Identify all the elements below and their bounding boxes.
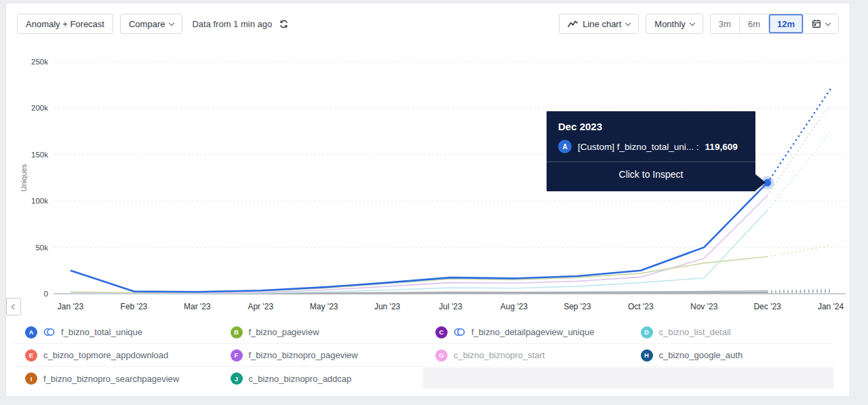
toolbar: Anomaly + Forecast Compare Data from 1 m… bbox=[6, 3, 850, 39]
svg-text:Feb '23: Feb '23 bbox=[121, 302, 148, 311]
granularity-label: Monthly bbox=[654, 19, 686, 29]
series-j-badge: J bbox=[231, 372, 243, 385]
series-f-badge: F bbox=[231, 349, 243, 362]
legend-item-c[interactable]: Cf_bizno_detailpageview_unique bbox=[423, 321, 629, 344]
svg-text:Nov '23: Nov '23 bbox=[690, 302, 718, 311]
chevron-down-icon bbox=[825, 20, 831, 25]
svg-text:May '23: May '23 bbox=[310, 302, 338, 311]
range-6m-button[interactable]: 6m bbox=[739, 14, 768, 33]
toolbar-right: Line chart Monthly 3m 6m 12m bbox=[559, 14, 839, 34]
svg-text:Sep '23: Sep '23 bbox=[564, 302, 591, 311]
svg-text:Jan '24: Jan '24 bbox=[818, 302, 844, 311]
svg-text:200k: 200k bbox=[31, 104, 48, 112]
legend: Af_bizno_total_uniqueBf_bizno_pageviewCf… bbox=[6, 321, 851, 390]
legend-item-label: c_bizno_list_detail bbox=[659, 327, 731, 337]
chart-type-label: Line chart bbox=[583, 19, 621, 29]
range-3m-label: 3m bbox=[719, 19, 731, 29]
legend-item-label: f_bizno_biznopro_pageview bbox=[249, 350, 358, 360]
svg-text:250k: 250k bbox=[31, 58, 48, 66]
svg-text:Jan '23: Jan '23 bbox=[58, 302, 84, 311]
legend-item-d[interactable]: Dc_bizno_list_detail bbox=[629, 321, 834, 344]
chevron-down-icon bbox=[690, 20, 695, 25]
legend-item-label: c_bizno_biznopro_start bbox=[454, 350, 545, 360]
chart-card: Anomaly + Forecast Compare Data from 1 m… bbox=[5, 3, 850, 397]
chevron-left-icon bbox=[12, 304, 17, 309]
series-d-badge: D bbox=[641, 326, 653, 339]
svg-text:Apr '23: Apr '23 bbox=[248, 302, 273, 311]
legend-item-label: f_bizno_biznopro_searchpageview bbox=[43, 374, 179, 384]
formula-icon bbox=[43, 327, 55, 337]
series-h-badge: H bbox=[641, 349, 653, 362]
refresh-button[interactable] bbox=[279, 19, 289, 29]
series-a-badge: A bbox=[558, 140, 572, 153]
tooltip-title: Dec 2023 bbox=[547, 111, 755, 132]
legend-item-j[interactable]: Jc_bizno_biznopro_addcap bbox=[218, 367, 424, 390]
tooltip-series-row: A [Custom] f_bizno_total_uni... : 119,60… bbox=[547, 132, 755, 161]
legend-item-b[interactable]: Bf_bizno_pageview bbox=[218, 321, 424, 344]
legend-item-i[interactable]: If_bizno_biznopro_searchpageview bbox=[13, 367, 218, 390]
toolbar-left: Anomaly + Forecast Compare Data from 1 m… bbox=[17, 14, 289, 34]
chart-type-button[interactable]: Line chart bbox=[559, 14, 639, 34]
legend-item-label: f_bizno_detailpageview_unique bbox=[471, 327, 594, 337]
series-i-badge: I bbox=[25, 372, 37, 385]
legend-item-label: f_bizno_total_unique bbox=[61, 327, 142, 337]
tooltip-value: 119,609 bbox=[705, 142, 738, 152]
date-picker-button[interactable] bbox=[803, 14, 838, 33]
svg-text:Mar '23: Mar '23 bbox=[184, 302, 211, 311]
legend-item-label: c_bizno_topmore_appdownload bbox=[43, 350, 168, 360]
series-g-badge: G bbox=[435, 349, 448, 362]
series-b-badge: B bbox=[231, 326, 243, 339]
formula-icon bbox=[454, 327, 465, 337]
data-freshness-text: Data from 1 min ago bbox=[192, 19, 272, 29]
chevron-down-icon bbox=[625, 20, 631, 25]
chart-tooltip: Dec 2023 A [Custom] f_bizno_total_uni...… bbox=[547, 111, 755, 191]
legend-item-label: f_bizno_pageview bbox=[249, 327, 319, 337]
compare-button[interactable]: Compare bbox=[120, 14, 182, 34]
svg-text:0: 0 bbox=[44, 290, 48, 298]
series-a-badge: A bbox=[25, 326, 37, 339]
compare-label: Compare bbox=[129, 19, 165, 29]
legend-item-label: c_bizno_biznopro_addcap bbox=[249, 374, 352, 384]
svg-text:Oct '23: Oct '23 bbox=[628, 302, 654, 311]
anomaly-forecast-label: Anomaly + Forecast bbox=[26, 19, 104, 29]
svg-text:Uniques: Uniques bbox=[20, 163, 28, 191]
legend-item-g[interactable]: Gc_bizno_biznopro_start bbox=[423, 344, 629, 367]
svg-text:100k: 100k bbox=[31, 197, 48, 205]
scroll-left-button[interactable] bbox=[6, 298, 21, 315]
chevron-down-icon bbox=[169, 20, 174, 25]
granularity-button[interactable]: Monthly bbox=[646, 14, 703, 34]
legend-item-e[interactable]: Ec_bizno_topmore_appdownload bbox=[13, 344, 218, 367]
date-range-segmented-control: 3m 6m 12m bbox=[710, 14, 839, 34]
line-chart-icon bbox=[568, 20, 578, 28]
legend-empty-cell bbox=[423, 368, 833, 389]
svg-text:Aug '23: Aug '23 bbox=[500, 302, 528, 311]
calendar-icon bbox=[812, 19, 821, 28]
refresh-icon bbox=[279, 19, 289, 29]
svg-text:Jul '23: Jul '23 bbox=[439, 302, 462, 311]
range-12m-button[interactable]: 12m bbox=[768, 14, 803, 33]
range-3m-button[interactable]: 3m bbox=[711, 14, 739, 33]
legend-item-a[interactable]: Af_bizno_total_unique bbox=[13, 321, 218, 344]
legend-item-f[interactable]: Ff_bizno_biznopro_pageview bbox=[218, 344, 424, 367]
series-c-badge: C bbox=[435, 326, 448, 339]
svg-text:150k: 150k bbox=[31, 151, 48, 159]
legend-item-label: c_bizno_google_auth bbox=[659, 350, 743, 360]
range-6m-label: 6m bbox=[748, 19, 760, 29]
svg-text:50k: 50k bbox=[35, 244, 48, 252]
anomaly-forecast-button[interactable]: Anomaly + Forecast bbox=[17, 14, 113, 34]
click-to-inspect-button[interactable]: Click to Inspect bbox=[547, 161, 755, 187]
series-e-badge: E bbox=[25, 349, 37, 362]
svg-text:Dec '23: Dec '23 bbox=[753, 302, 781, 311]
svg-text:Jun '23: Jun '23 bbox=[374, 302, 401, 311]
tooltip-series-label: [Custom] f_bizno_total_uni... : bbox=[578, 142, 699, 152]
legend-item-h[interactable]: Hc_bizno_google_auth bbox=[629, 344, 834, 367]
range-12m-label: 12m bbox=[777, 19, 795, 29]
